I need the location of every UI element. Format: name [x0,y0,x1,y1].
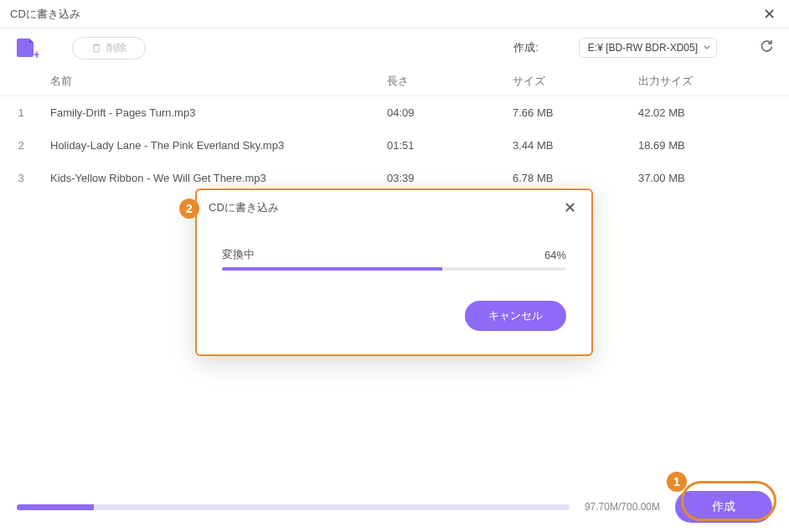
progress-status-label: 変換中 [222,247,544,262]
capacity-bar-fill [17,504,94,510]
add-file-icon[interactable]: + [15,37,39,59]
capacity-text: 97.70M/700.00M [585,501,660,513]
dialog-titlebar: CDに書き込み ✕ [197,190,591,225]
progress-row: 変換中 64% [222,247,566,262]
progress-percent: 64% [544,249,566,261]
titlebar: CDに書き込み ✕ [0,0,789,28]
table-row[interactable]: 1 Family-Drift - Pages Turn.mp3 04:09 7.… [0,96,789,129]
progress-bar [222,267,566,271]
toolbar: + 削除 作成: E:¥ [BD-RW BDR-XD05] [0,28,789,67]
col-size-header: サイズ [513,74,638,89]
progress-dialog: CDに書き込み ✕ 変換中 64% キャンセル [195,189,593,356]
create-label: 作成: [513,40,539,55]
progress-bar-fill [222,267,442,271]
dialog-title: CDに書き込み [209,200,560,215]
cancel-button[interactable]: キャンセル [465,301,566,331]
svg-text:+: + [34,48,39,59]
table-row[interactable]: 2 Holiday-Lady Lane - The Pink Everland … [0,129,789,162]
close-icon[interactable]: ✕ [760,5,779,23]
delete-label: 削除 [106,41,126,55]
col-name-header: 名前 [42,74,387,89]
trash-icon [91,43,101,53]
table-header: 名前 長さ サイズ 出力サイズ [0,67,789,96]
delete-button[interactable]: 削除 [72,37,146,59]
refresh-icon[interactable] [759,39,774,57]
drive-value: E:¥ [BD-RW BDR-XD05] [588,42,698,54]
annotation-badge-2: 2 [179,199,199,219]
chevron-down-icon [703,44,711,52]
col-length-header: 長さ [387,74,513,89]
create-button[interactable]: 作成 [675,491,772,523]
dialog-close-icon[interactable]: ✕ [560,199,580,217]
annotation-badge-1: 1 [667,472,687,492]
dialog-body: 変換中 64% キャンセル [197,225,591,354]
drive-select[interactable]: E:¥ [BD-RW BDR-XD05] [579,38,717,58]
capacity-bar [17,504,570,510]
window-title: CDに書き込み [10,7,760,22]
col-output-header: 出力サイズ [638,74,789,89]
